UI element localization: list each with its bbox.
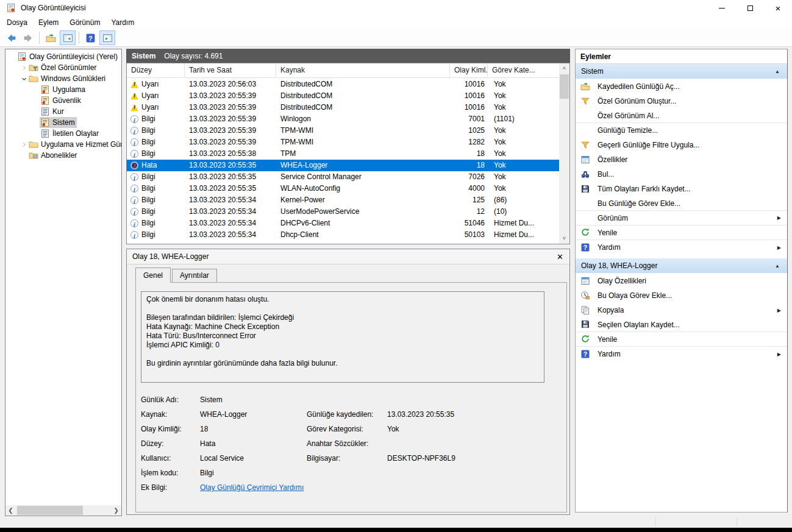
filter-icon bbox=[580, 140, 591, 151]
chevron-collapsed-icon[interactable] bbox=[20, 63, 28, 72]
action-item[interactable]: Kaydedilen Günlüğü Aç... ▶ bbox=[576, 79, 787, 94]
app-icon bbox=[6, 3, 16, 13]
action-item[interactable]: Tüm Olayları Farklı Kaydet... ▶ bbox=[576, 182, 787, 196]
task-clock-icon bbox=[580, 291, 591, 301]
action-item[interactable]: Yenile ▶ bbox=[576, 225, 787, 240]
action-item[interactable]: Geçerli Günlüğe Filtre Uygula... ▶ bbox=[576, 138, 787, 152]
event-row[interactable]: Bilgi 13.03.2023 20:55:35 Service Contro… bbox=[127, 171, 559, 183]
back-arrow-icon[interactable] bbox=[3, 30, 19, 45]
event-row[interactable]: Bilgi 13.03.2023 20:55:38 TPM 18 Yok bbox=[127, 148, 559, 160]
tree-item[interactable]: Güvenlik bbox=[5, 95, 121, 106]
collapse-icon[interactable]: ▲ bbox=[775, 64, 780, 79]
help-icon: ? bbox=[580, 243, 591, 253]
event-row[interactable]: Bilgi 13.03.2023 20:55:34 Kernel-Power 1… bbox=[127, 194, 559, 206]
column-tarih[interactable]: Tarih ve Saat bbox=[185, 63, 276, 77]
tree-item[interactable]: Windows Günlükleri bbox=[5, 73, 121, 84]
scroll-left-icon[interactable]: ❮ bbox=[5, 505, 16, 516]
tree-item[interactable]: Abonelikler bbox=[5, 150, 121, 161]
scroll-right-icon[interactable]: ❯ bbox=[111, 505, 121, 516]
scrollbar-thumb[interactable] bbox=[560, 74, 569, 99]
window-title: Olay Görüntüleyicisi bbox=[21, 4, 86, 12]
tree-item[interactable]: Özel Görünümler bbox=[5, 62, 121, 73]
level-icon bbox=[130, 219, 138, 227]
minimize-button[interactable] bbox=[708, 0, 736, 16]
field-label: Günlük Adı: bbox=[141, 395, 200, 404]
close-details-icon[interactable]: ✕ bbox=[557, 252, 563, 261]
tree-item[interactable]: Uygulama bbox=[5, 84, 121, 95]
event-row[interactable]: Bilgi 13.03.2023 20:55:34 DHCPv6-Client … bbox=[127, 218, 559, 229]
scroll-down-icon[interactable]: ˅ bbox=[559, 233, 569, 244]
event-row[interactable]: Uyarı 13.03.2023 20:56:03 DistributedCOM… bbox=[127, 79, 559, 90]
action-item[interactable]: Kopyala ▶ bbox=[576, 303, 787, 317]
event-row[interactable]: Hata 13.03.2023 20:55:35 WHEA-Logger 18 … bbox=[127, 160, 559, 171]
actions-section-olay[interactable]: Olay 18, WHEA-Logger ▲ bbox=[576, 258, 787, 274]
action-item[interactable]: Görünüm ▶ bbox=[576, 211, 787, 225]
export-log-icon[interactable] bbox=[43, 30, 59, 45]
event-row[interactable]: Bilgi 13.03.2023 20:55:39 TPM-WMI 1282 Y… bbox=[127, 137, 559, 148]
level-icon bbox=[130, 196, 138, 204]
tree-item[interactable]: Olay Görüntüleyicisi (Yerel) bbox=[5, 51, 121, 62]
tab-genel[interactable]: Genel bbox=[135, 268, 171, 283]
event-row[interactable]: Bilgi 13.03.2023 20:55:34 UserModePowerS… bbox=[127, 206, 559, 218]
tree-horizontal-scrollbar[interactable]: ❮ ❯ bbox=[5, 505, 121, 516]
submenu-arrow-icon: ▶ bbox=[777, 352, 781, 357]
online-help-link[interactable]: Olay Günlüğü Çevrimiçi Yardımı bbox=[200, 483, 304, 492]
action-item[interactable]: Özel Görünüm Al... ▶ bbox=[576, 108, 787, 123]
event-list-scrollbar[interactable]: ˄ ˅ bbox=[559, 63, 569, 244]
scrollbar-thumb[interactable] bbox=[17, 506, 83, 515]
event-row[interactable]: Bilgi 13.03.2023 20:55:39 Winlogon 7001 … bbox=[127, 113, 559, 125]
field-label: Ek Bilgi: bbox=[141, 483, 200, 492]
save-icon bbox=[580, 319, 591, 330]
action-item[interactable]: Özellikler ▶ bbox=[576, 152, 787, 167]
help-icon[interactable]: ? bbox=[82, 30, 98, 45]
action-item[interactable]: Günlüğü Temizle... ▶ bbox=[576, 123, 787, 138]
action-pane-toggle-icon[interactable] bbox=[99, 30, 115, 45]
event-row[interactable]: Bilgi 13.03.2023 20:55:34 Dhcp-Client 50… bbox=[127, 229, 559, 241]
scroll-up-icon[interactable]: ˄ bbox=[559, 63, 569, 74]
event-row[interactable]: Bilgi 13.03.2023 20:55:39 TPM-WMI 1025 Y… bbox=[127, 125, 559, 137]
tree-item[interactable]: İletilen Olaylar bbox=[5, 128, 121, 139]
level-icon bbox=[130, 150, 138, 158]
tree-item[interactable]: Uygulama ve Hizmet Günlük bbox=[5, 139, 121, 150]
menu-gorunum[interactable]: Görünüm bbox=[64, 16, 105, 29]
close-button[interactable]: × bbox=[764, 0, 792, 16]
collapse-icon[interactable]: ▲ bbox=[775, 258, 780, 274]
column-duzey[interactable]: Düzey bbox=[127, 63, 185, 77]
action-item[interactable]: Olay Özellikleri ▶ bbox=[576, 274, 787, 288]
column-gorev[interactable]: Görev Kate... bbox=[488, 63, 538, 77]
actions-section-sistem[interactable]: Sistem ▲ bbox=[576, 64, 787, 79]
menu-dosya[interactable]: Dosya bbox=[1, 16, 33, 29]
action-item[interactable]: Bul... ▶ bbox=[576, 167, 787, 182]
menu-yardim[interactable]: Yardım bbox=[105, 16, 140, 29]
field-value: Yok bbox=[387, 425, 560, 433]
event-row[interactable]: Uyarı 13.03.2023 20:55:39 DistributedCOM… bbox=[127, 102, 559, 113]
action-item[interactable]: Bu Olaya Görev Ekle... ▶ bbox=[576, 288, 787, 303]
forward-arrow-icon[interactable] bbox=[20, 30, 36, 45]
tab-ayrintilar[interactable]: Ayrıntılar bbox=[172, 269, 217, 283]
field-value: Hata bbox=[200, 439, 307, 448]
chevron-collapsed-icon[interactable] bbox=[20, 140, 28, 149]
event-row[interactable]: Bilgi 13.03.2023 20:55:35 WLAN-AutoConfi… bbox=[127, 183, 559, 194]
action-item[interactable]: Yenile ▶ bbox=[576, 332, 787, 347]
subscriptions-icon bbox=[29, 151, 38, 160]
tree-item[interactable]: Kur bbox=[5, 106, 121, 117]
action-item[interactable]: Seçilen Olayları Kaydet... ▶ bbox=[576, 317, 787, 332]
maximize-button[interactable] bbox=[736, 0, 764, 16]
section-title: Sistem bbox=[581, 64, 604, 79]
level-icon bbox=[130, 127, 138, 135]
filter-icon bbox=[580, 96, 591, 107]
console-tree-toggle-icon[interactable] bbox=[60, 30, 76, 45]
chevron-expanded-icon[interactable] bbox=[20, 74, 28, 83]
action-item[interactable]: ? Yardım ▶ bbox=[576, 240, 787, 255]
action-item[interactable]: Özel Görünüm Oluştur... ▶ bbox=[576, 94, 787, 108]
menu-eylem[interactable]: Eylem bbox=[33, 16, 64, 29]
column-olay-kimligi[interactable]: Olay Kiml... bbox=[450, 63, 488, 77]
save-icon bbox=[580, 184, 591, 194]
field-label: Kaynak: bbox=[141, 410, 200, 419]
column-kaynak[interactable]: Kaynak bbox=[276, 63, 450, 77]
submenu-arrow-icon: ▶ bbox=[777, 308, 781, 313]
action-item[interactable]: ? Yardım ▶ bbox=[576, 347, 787, 361]
tree-item[interactable]: Sistem bbox=[5, 117, 121, 128]
event-row[interactable]: Uyarı 13.03.2023 20:55:39 DistributedCOM… bbox=[127, 90, 559, 102]
action-item[interactable]: Bu Günlüğe Görev Ekle... ▶ bbox=[576, 196, 787, 211]
